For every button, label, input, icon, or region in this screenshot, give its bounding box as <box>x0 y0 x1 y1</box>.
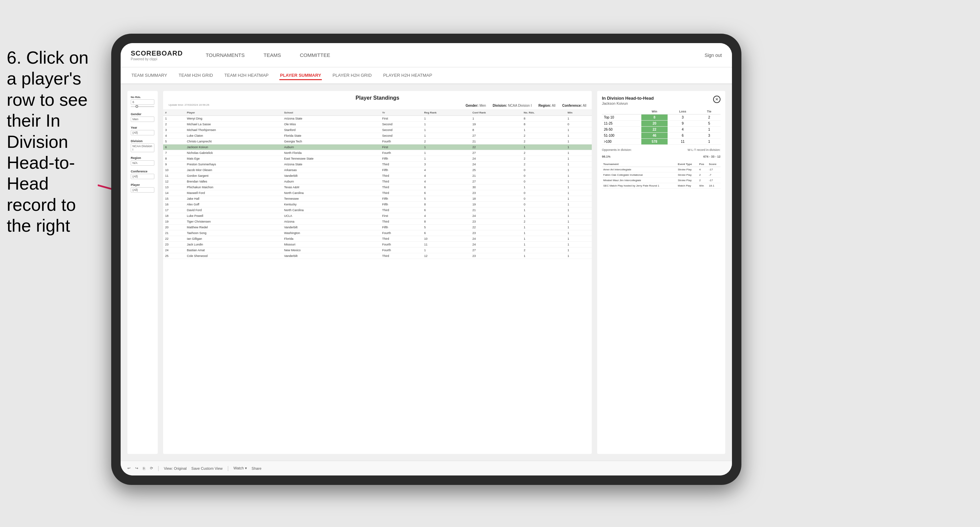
table-row[interactable]: 17 David Ford North Carolina Third 6 21 … <box>163 208 592 213</box>
table-row[interactable]: 1 Wenyi Ding Arizona State First 1 1 8 1 <box>163 116 592 122</box>
cell-conf: 27 <box>471 179 522 184</box>
region-filter: Region N/A <box>131 156 154 166</box>
cell-school: Stanford <box>282 127 380 133</box>
cell-name: Taehoon Song <box>185 230 282 236</box>
table-row[interactable]: 25 Cole Sherwood Vanderbilt Third 12 23 … <box>163 253 592 259</box>
region-dropdown[interactable]: N/A <box>131 160 154 166</box>
cell-conf: 23 <box>471 253 522 259</box>
table-row[interactable]: 7 Nicholas Gabrielick North Florida Four… <box>163 150 592 156</box>
table-row[interactable]: 4 Luke Claton Florida State Second 1 27 … <box>163 133 592 139</box>
table-row[interactable]: 8 Mats Ege East Tennessee State Fifth 1 … <box>163 156 592 162</box>
cell-win: 1 <box>565 225 592 230</box>
table-row[interactable]: 13 Phichakun Maichon Texas A&M Third 6 3… <box>163 184 592 190</box>
nav-teams[interactable]: TEAMS <box>261 51 284 59</box>
no-rds-slider[interactable] <box>131 106 154 107</box>
t-type: Stroke Play <box>676 178 698 183</box>
tab-team-h2h-grid[interactable]: TEAM H2H GRID <box>178 71 214 80</box>
cell-win: 1 <box>565 167 592 173</box>
table-row[interactable]: 19 Tiger Christensen Arizona Third 8 23 … <box>163 219 592 225</box>
nav-committee[interactable]: COMMITTEE <box>297 51 333 59</box>
t-col-tournament: Tournament <box>602 162 676 167</box>
table-row[interactable]: 6 Jackson Koivun Auburn First 1 22 1 1 <box>163 144 592 150</box>
table-row[interactable]: 23 Jack Lundin Missouri Fourth 11 24 1 1 <box>163 242 592 248</box>
table-row[interactable]: 24 Bastian Amat New Mexico Fourth 1 27 2… <box>163 248 592 253</box>
cell-conf: 24 <box>471 236 522 242</box>
division-dropdown[interactable]: NCAA Division I <box>131 143 154 152</box>
cell-name: Michael La Sasse <box>185 122 282 127</box>
tab-team-h2h-heatmap[interactable]: TEAM H2H HEATMAP <box>224 71 269 80</box>
share-button[interactable]: Share <box>252 467 261 470</box>
cell-num: 14 <box>163 190 185 196</box>
cell-reg: 1 <box>422 150 471 156</box>
table-row[interactable]: 9 Preston Summerhays Arizona State Third… <box>163 162 592 167</box>
cell-num: 2 <box>163 122 185 127</box>
year-dropdown[interactable]: (All) <box>131 130 154 135</box>
sign-out-button[interactable]: Sign out <box>705 52 722 58</box>
cell-win: 1 <box>565 127 592 133</box>
cell-win: 1 <box>565 190 592 196</box>
redo-button[interactable]: ↪ <box>135 466 138 470</box>
tournament-row[interactable]: SEC Match Play hosted by Jerry Pate Roun… <box>602 183 721 189</box>
table-row[interactable]: 21 Taehoon Song Washington Fourth 6 23 1… <box>163 230 592 236</box>
standings-table: # Player School Yr Reg Rank Conf Rank No… <box>163 110 592 454</box>
table-row[interactable]: 20 Matthew Riedel Vanderbilt Fifth 5 22 … <box>163 225 592 230</box>
table-row[interactable]: 18 Luke Powell UCLA First 4 24 1 1 <box>163 213 592 219</box>
cell-reg: 1 <box>422 122 471 127</box>
cell-conf: 1 <box>471 116 522 122</box>
tournament-row[interactable]: Mirabel Maui Jim Intercollegiate Stroke … <box>602 178 721 183</box>
cell-school: Tennessee <box>282 196 380 202</box>
cell-yr: Fourth <box>380 248 422 253</box>
cell-yr: Fifth <box>380 225 422 230</box>
cell-rds: 1 <box>522 225 565 230</box>
h2h-close-button[interactable]: ✕ <box>713 96 721 103</box>
watch-button[interactable]: Watch ▾ <box>234 466 247 470</box>
undo-button[interactable]: ↩ <box>127 466 130 470</box>
cell-conf: 27 <box>471 248 522 253</box>
h2h-win: 578 <box>641 139 668 145</box>
refresh-button[interactable]: ⟳ <box>150 466 153 470</box>
table-row[interactable]: 3 Michael Thorbjornsen Stanford Second 1… <box>163 127 592 133</box>
h2h-col-tie: Tie <box>698 109 721 114</box>
region-label: Region <box>131 156 154 160</box>
cell-rds: 2 <box>522 139 565 144</box>
cell-school: Vanderbilt <box>282 253 380 259</box>
h2h-player-name: Jackson Koivun <box>602 102 654 105</box>
instruction-text: 6. Click on a player's row to see their … <box>0 40 105 243</box>
cell-yr: Fifth <box>380 202 422 208</box>
copy-button[interactable]: ⎘ <box>143 467 145 470</box>
tournament-row[interactable]: Amer Art Intercollegiate Stroke Play 4 -… <box>602 167 721 172</box>
tournament-row[interactable]: Fallen Oak Collegiate Invitational Strok… <box>602 172 721 178</box>
table-row[interactable]: 14 Maxwell Ford North Carolina Third 6 2… <box>163 190 592 196</box>
conference-dropdown[interactable]: (All) <box>131 174 154 179</box>
h2h-col-range <box>602 109 641 114</box>
nav-tournaments[interactable]: TOURNAMENTS <box>203 51 247 59</box>
cell-win: 0 <box>565 122 592 127</box>
table-row[interactable]: 15 Jake Hall Tennessee Fifth 5 18 0 1 <box>163 196 592 202</box>
table-row[interactable]: 11 Gordon Sargent Vanderbilt Third 4 21 … <box>163 173 592 179</box>
cell-conf: 19 <box>471 122 522 127</box>
table-row[interactable]: 22 Ian Gilligan Florida Third 10 24 1 1 <box>163 236 592 242</box>
h2h-tie: 2 <box>698 114 721 121</box>
table-row[interactable]: 2 Michael La Sasse Ole Miss Second 1 19 … <box>163 122 592 127</box>
table-row[interactable]: 12 Brendan Valles Auburn Third 4 27 0 1 <box>163 179 592 184</box>
h2h-range: 26-50 <box>602 127 641 133</box>
table-row[interactable]: 5 Christo Lamprecht Georgia Tech Fourth … <box>163 139 592 144</box>
table-row[interactable]: 10 Jacob Mior Olesen Arkansas Fifth 4 25… <box>163 167 592 173</box>
no-rds-value[interactable]: 6 <box>131 99 154 105</box>
tab-player-summary[interactable]: PLAYER SUMMARY <box>279 71 322 80</box>
tab-team-summary[interactable]: TEAM SUMMARY <box>131 71 168 80</box>
cell-rds: 1 <box>522 144 565 150</box>
cell-conf: 21 <box>471 208 522 213</box>
h2h-win: 22 <box>641 127 668 133</box>
save-custom-button[interactable]: Save Custom View <box>191 467 223 470</box>
tab-player-h2h-grid[interactable]: PLAYER H2H GRID <box>332 71 372 80</box>
player-dropdown[interactable]: (All) <box>131 187 154 193</box>
cell-reg: 10 <box>422 236 471 242</box>
col-conf-rank: Conf Rank <box>471 110 522 116</box>
view-original-button[interactable]: View: Original <box>164 467 187 470</box>
table-row[interactable]: 16 Alex Goff Kentucky Fifth 8 19 0 1 <box>163 202 592 208</box>
gender-dropdown[interactable]: Men <box>131 116 154 122</box>
cell-school: Auburn <box>282 144 380 150</box>
cell-yr: Fourth <box>380 242 422 248</box>
tab-player-h2h-heatmap[interactable]: PLAYER H2H HEATMAP <box>382 71 433 80</box>
